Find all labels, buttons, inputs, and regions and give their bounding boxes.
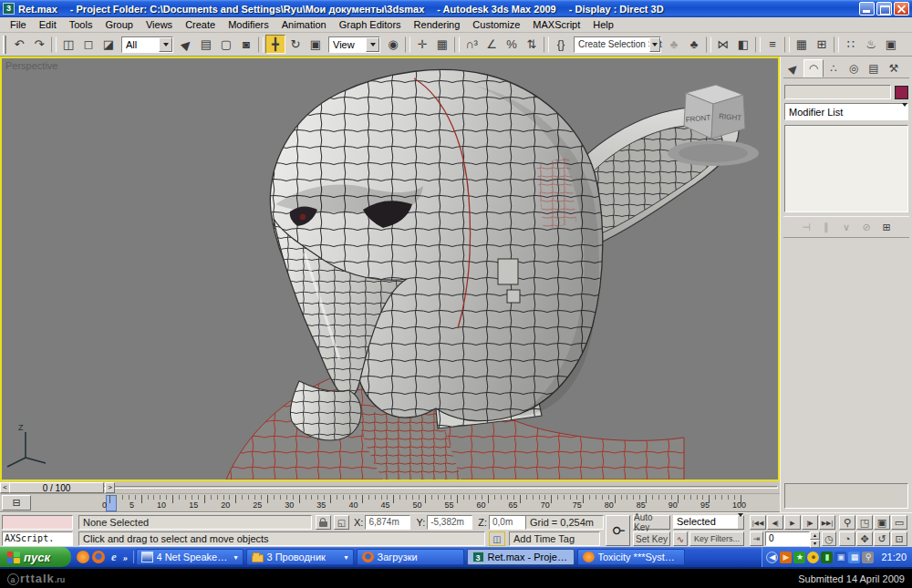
- menu-item[interactable]: Tools: [63, 18, 99, 31]
- redo-icon[interactable]: ↷: [29, 35, 49, 54]
- keyboard-override-icon[interactable]: ▦: [432, 35, 452, 54]
- select-and-link-icon[interactable]: ◫: [58, 35, 78, 54]
- menu-item[interactable]: Help: [586, 18, 620, 31]
- reference-coordinate-dropdown[interactable]: View: [328, 36, 380, 53]
- title-bar[interactable]: 3 Ret.max - Project Folder: C:\Documents…: [0, 0, 912, 17]
- chevron-down-icon[interactable]: [649, 37, 660, 52]
- percent-snap-icon[interactable]: %: [502, 35, 522, 54]
- modifier-stack[interactable]: [784, 125, 908, 212]
- select-and-scale-icon[interactable]: ▣: [306, 35, 326, 54]
- selection-filter-dropdown[interactable]: All: [121, 36, 173, 53]
- task-explorer[interactable]: 3 Проводник ▾: [246, 549, 354, 565]
- task-3dsmax[interactable]: Ret.max - Project ... ▾: [467, 549, 575, 565]
- edit-named-selections-icon[interactable]: ♣: [664, 35, 684, 54]
- mirror-icon[interactable]: ⋈: [713, 35, 733, 54]
- named-selection-sets-icon[interactable]: {}: [551, 35, 571, 54]
- display-tab-icon[interactable]: ▤: [864, 59, 884, 77]
- tray-window-icon[interactable]: ▦: [848, 552, 860, 563]
- viewport-canvas[interactable]: FRONT RIGHT Z: [2, 58, 778, 480]
- rendered-frame-icon[interactable]: ▣: [881, 35, 901, 54]
- previous-frame-button[interactable]: ◀|: [767, 515, 783, 530]
- key-filter-scope-dropdown[interactable]: Selected: [673, 515, 744, 530]
- create-tab-icon[interactable]: ▶: [783, 59, 803, 77]
- play-button[interactable]: ▶: [784, 515, 801, 530]
- selection-lock-toggle[interactable]: [316, 515, 331, 530]
- unlink-selection-icon[interactable]: ◻: [78, 35, 98, 54]
- viewport-label[interactable]: Perspective: [5, 60, 57, 71]
- current-frame-field[interactable]: 0: [765, 531, 810, 546]
- next-frame-button[interactable]: |▶: [802, 515, 818, 530]
- schematic-view-icon[interactable]: ⊞: [812, 35, 832, 54]
- toolbar-drag-handle[interactable]: [3, 36, 6, 54]
- chevron-down-icon[interactable]: [366, 37, 379, 52]
- maximize-viewport-toggle-icon[interactable]: ⊡: [891, 531, 907, 546]
- show-end-result-icon[interactable]: ∥: [817, 219, 835, 235]
- tray-player-icon[interactable]: ▶: [780, 552, 792, 563]
- menu-item[interactable]: Group: [98, 18, 140, 31]
- motion-tab-icon[interactable]: ◎: [844, 59, 864, 77]
- tray-mouse-icon[interactable]: ⚲: [862, 552, 874, 563]
- modifier-list-dropdown[interactable]: Modifier List: [784, 103, 908, 120]
- quicklaunch-firefox-icon[interactable]: [92, 551, 105, 563]
- time-slider-track[interactable]: [2, 486, 778, 489]
- quicklaunch-more-icon[interactable]: »: [123, 551, 128, 563]
- rect-selection-region-icon[interactable]: ▢: [216, 35, 236, 54]
- task-downloads[interactable]: Загрузки ▾: [357, 549, 464, 565]
- frame-spinner[interactable]: ▴ ▾: [810, 531, 820, 546]
- chevron-down-icon[interactable]: [159, 37, 172, 52]
- material-editor-icon[interactable]: ∷: [841, 35, 861, 54]
- add-time-tag[interactable]: Add Time Tag: [509, 531, 600, 546]
- menu-item[interactable]: MAXScript: [526, 18, 586, 31]
- layer-manager-icon[interactable]: ≡: [762, 35, 782, 54]
- named-sets-icon[interactable]: ♣: [684, 35, 704, 54]
- go-to-start-button[interactable]: |◀◀: [750, 515, 766, 530]
- key-mode-toggle[interactable]: ⇥: [750, 531, 763, 546]
- menu-item[interactable]: Modifiers: [222, 18, 275, 31]
- curve-editor-icon[interactable]: ▦: [792, 35, 812, 54]
- quicklaunch-app-icon[interactable]: [77, 551, 89, 563]
- tray-equalizer-icon[interactable]: ▮: [821, 552, 833, 563]
- next-frame-arrow[interactable]: >: [105, 482, 115, 493]
- field-of-view-icon[interactable]: ◔: [839, 531, 855, 546]
- coordinate-value[interactable]: -5,382m: [427, 515, 472, 530]
- tray-chevron-icon[interactable]: ◀: [766, 552, 778, 563]
- chevron-down-icon[interactable]: [902, 107, 907, 118]
- named-selection-set-input[interactable]: Create Selection Set: [574, 36, 661, 53]
- perspective-viewport[interactable]: FRONT RIGHT Z Perspective: [0, 57, 780, 481]
- coordinate-value[interactable]: 6,874m: [365, 515, 410, 530]
- auto-key-button[interactable]: Auto Key: [633, 515, 670, 530]
- task-net-speakerphone[interactable]: 4 Net Speakerphone ▾: [136, 549, 244, 565]
- spinner-snap-icon[interactable]: ⇅: [522, 35, 542, 54]
- utilities-tab-icon[interactable]: ⚒: [884, 59, 904, 77]
- time-configuration-button[interactable]: ◷: [822, 531, 836, 546]
- select-and-move-icon[interactable]: ╋: [265, 35, 285, 54]
- spinner-up-icon[interactable]: ▴: [810, 531, 820, 540]
- configure-modifier-sets-icon[interactable]: ⊞: [877, 219, 896, 235]
- time-tag-icon[interactable]: ◫: [489, 531, 505, 546]
- select-by-name-icon[interactable]: ▤: [196, 35, 216, 54]
- macro-recorder-pane[interactable]: [2, 515, 73, 530]
- key-filters-button[interactable]: Key Filters...: [689, 531, 744, 546]
- pan-icon[interactable]: ✥: [856, 531, 873, 546]
- quicklaunch-ie-icon[interactable]: e: [108, 551, 120, 563]
- close-button[interactable]: [894, 2, 909, 15]
- window-crossing-icon[interactable]: ◙: [236, 35, 256, 54]
- object-color-swatch[interactable]: [895, 86, 908, 99]
- set-key-button[interactable]: Set Key: [633, 531, 670, 546]
- arc-rotate-icon[interactable]: ↺: [874, 531, 890, 546]
- start-button[interactable]: пуск: [0, 547, 71, 567]
- absolute-mode-toggle[interactable]: ◱: [334, 515, 349, 530]
- set-key-mode-button[interactable]: ⚲: [606, 515, 630, 546]
- menu-item[interactable]: Graph Editors: [333, 18, 408, 31]
- hierarchy-tab-icon[interactable]: ∴: [824, 59, 844, 77]
- tray-display-icon[interactable]: ▣: [834, 552, 846, 563]
- snap-toggle-icon[interactable]: ∩³: [461, 35, 482, 54]
- menu-item[interactable]: File: [4, 18, 33, 31]
- pin-stack-icon[interactable]: ⊣: [797, 219, 815, 235]
- bind-to-space-warp-icon[interactable]: ◪: [98, 35, 119, 54]
- track-bar[interactable]: ⊟ 05101520253035404550556065707580859095…: [0, 494, 780, 512]
- angle-snap-icon[interactable]: ∠: [482, 35, 502, 54]
- maximize-button[interactable]: [876, 2, 892, 15]
- minimize-button[interactable]: [859, 2, 875, 15]
- render-setup-icon[interactable]: ♨: [861, 35, 881, 54]
